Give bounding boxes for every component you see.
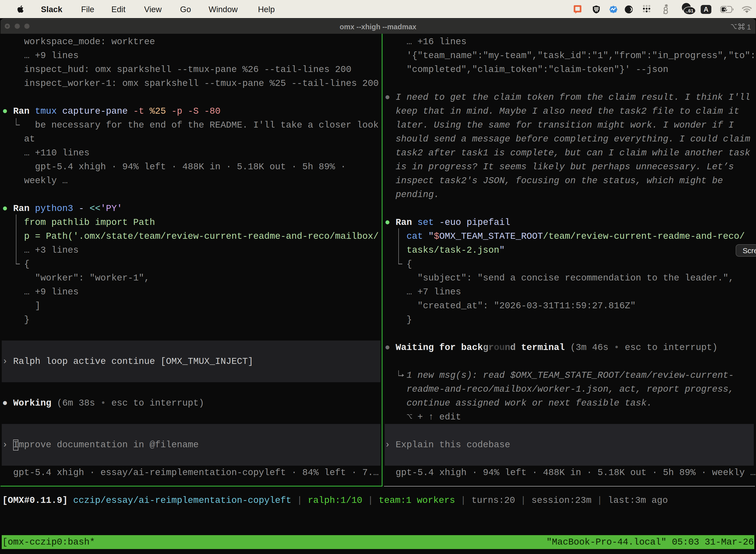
svg-text:..61: ..61: [686, 8, 693, 13]
